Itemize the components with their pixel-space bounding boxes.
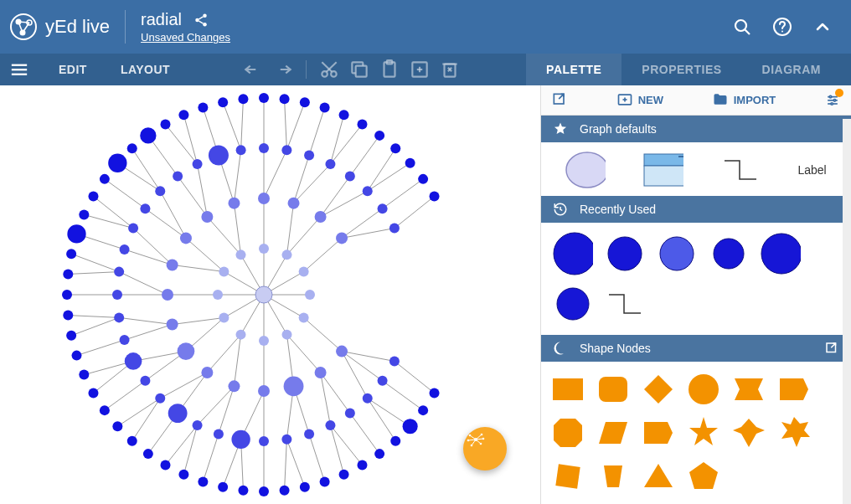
palette-shape[interactable] [774,370,814,409]
palette-shape[interactable] [683,414,724,452]
graph-canvas[interactable] [0,85,540,504]
svg-line-130 [132,148,161,191]
tab-diagram[interactable]: DIAGRAM [742,54,841,85]
svg-point-188 [193,420,203,430]
default-edge[interactable] [720,151,761,189]
new-button[interactable]: NEW [616,91,663,108]
external-open-button[interactable] [551,91,568,108]
recent-shape[interactable] [553,285,593,323]
titlebar: yEd live radial Unsaved Changes [0,0,851,54]
default-node-ellipse[interactable] [565,151,606,189]
palette-shape[interactable] [593,414,633,452]
svg-point-245 [108,154,126,172]
palette-shape[interactable] [638,414,678,452]
section-recently-used[interactable]: Recently Used [541,196,851,223]
svg-point-218 [358,460,368,471]
svg-point-210 [363,186,373,196]
palette-shape[interactable] [593,457,633,496]
svg-line-128 [105,179,146,208]
search-icon[interactable] [732,17,752,37]
default-label[interactable]: Label [797,163,826,177]
svg-point-221 [300,482,310,492]
section-graph-defaults[interactable]: Graph defaults [541,116,851,142]
svg-point-159 [282,249,292,260]
svg-point-183 [304,429,314,439]
tab-properties[interactable]: PROPERTIES [621,54,741,85]
delete-icon[interactable] [439,59,461,80]
recent-shape[interactable] [657,234,697,273]
svg-point-166 [201,367,213,378]
default-group-rect[interactable] [643,151,683,189]
svg-marker-307 [781,417,810,447]
svg-line-136 [241,99,244,150]
svg-line-140 [309,108,325,156]
svg-line-10 [199,16,203,18]
help-icon[interactable] [772,17,792,37]
svg-point-175 [288,198,300,209]
palette-shape[interactable] [729,370,769,409]
redo-icon[interactable] [272,59,294,80]
svg-point-231 [112,421,122,431]
svg-point-0 [11,14,36,39]
svg-point-194 [114,312,124,322]
undo-icon[interactable] [242,59,264,80]
palette-shape[interactable] [729,414,769,452]
svg-point-260 [390,143,400,153]
share-icon[interactable] [193,13,209,28]
svg-point-15 [781,31,783,33]
palette-shape[interactable] [638,370,678,409]
palette-shape[interactable] [683,457,724,496]
svg-point-204 [236,145,246,155]
svg-marker-303 [599,422,627,444]
recent-shape[interactable] [761,234,801,273]
recent-shape[interactable] [605,234,645,273]
collapse-icon[interactable] [812,17,833,37]
svg-point-158 [259,244,269,254]
document-title[interactable]: radial [141,10,182,29]
svg-point-246 [127,143,137,153]
svg-point-151 [282,330,292,340]
svg-point-182 [325,420,335,430]
overview-fab[interactable] [463,427,507,471]
palette-shape[interactable] [548,370,588,409]
recent-shape[interactable] [709,234,749,273]
svg-point-164 [258,385,270,397]
svg-line-60 [287,217,321,255]
popout-icon[interactable] [824,341,839,356]
graph-defaults-body: Label [541,142,851,196]
copy-icon[interactable] [348,59,370,80]
svg-point-243 [88,192,98,202]
import-button[interactable]: IMPORT [712,91,776,108]
hamburger-icon[interactable] [10,60,28,79]
palette-shape[interactable] [683,370,724,409]
unsaved-changes-link[interactable]: Unsaved Changes [141,31,230,44]
menu-layout[interactable]: LAYOUT [109,63,182,76]
palette-shape[interactable] [593,370,633,409]
svg-point-227 [178,470,188,480]
svg-point-168 [167,319,178,331]
menu-edit[interactable]: EDIT [47,63,99,76]
svg-line-119 [77,340,125,356]
duplicate-icon[interactable] [409,59,431,80]
svg-point-240 [66,249,76,259]
palette-shape[interactable] [548,457,588,496]
svg-point-193 [120,335,130,345]
sidebar-scrollbar[interactable] [843,119,851,504]
svg-line-45 [304,318,342,352]
tab-palette[interactable]: PALETTE [526,54,621,85]
recent-shape[interactable] [553,234,593,273]
cut-icon[interactable] [318,59,340,80]
svg-line-99 [368,399,410,427]
settings-button[interactable] [824,91,841,108]
history-icon [553,202,568,217]
svg-point-177 [336,232,348,244]
app-logo[interactable]: yEd live [10,10,126,44]
svg-point-207 [304,151,314,161]
palette-shape[interactable] [774,414,814,452]
palette-shape[interactable] [638,457,678,496]
palette-shape[interactable] [548,414,588,452]
svg-point-287 [566,152,606,188]
recent-edge[interactable] [605,285,645,323]
section-shape-nodes[interactable]: Shape Nodes [541,335,851,362]
paste-icon[interactable] [379,59,400,80]
